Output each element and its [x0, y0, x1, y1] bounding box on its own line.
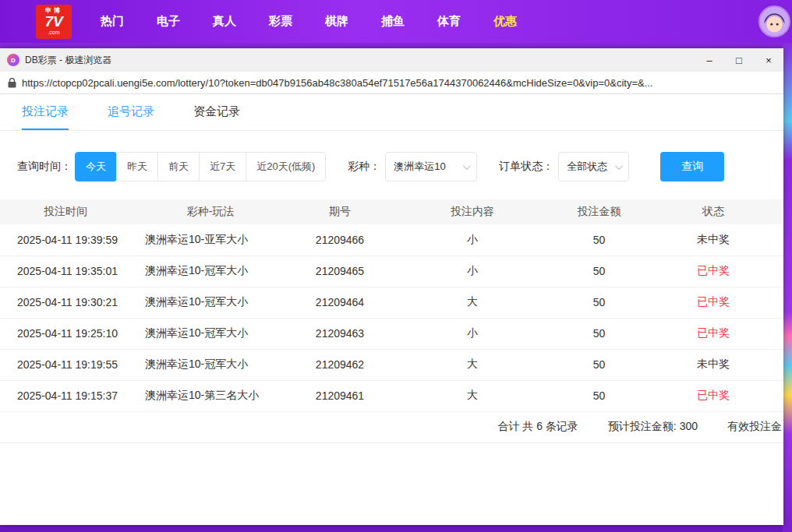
table-row[interactable]: 2025-04-11 19:19:55 澳洲幸运10-冠军大小 21209462… — [0, 349, 783, 380]
lottery-select[interactable]: 澳洲幸运10 — [385, 152, 477, 181]
logo-bottom-text: .com — [48, 30, 59, 35]
header-amount: 投注金额 — [555, 199, 643, 224]
cell-time: 2025-04-11 19:39:59 — [0, 224, 131, 255]
status-filter-label: 订单状态： — [499, 160, 553, 174]
cell-status: 未中奖 — [643, 224, 783, 255]
cell-game: 澳洲幸运10-冠军大小 — [131, 255, 290, 287]
cell-time: 2025-04-11 19:30:21 — [0, 287, 131, 318]
table-row[interactable]: 2025-04-11 19:35:01 澳洲幸运10-冠军大小 21209465… — [0, 255, 783, 287]
window-titlebar[interactable]: D DB彩票 - 极速浏览器 – □ × — [0, 48, 783, 72]
table-row[interactable]: 2025-04-11 19:25:10 澳洲幸运10-冠军大小 21209463… — [0, 318, 783, 349]
tab-fund-records[interactable]: 资金记录 — [193, 94, 240, 130]
summary-bar: 合计 共 6 条记录 预计投注金额: 300 有效投注金 — [0, 412, 783, 443]
cell-issue: 21209465 — [290, 255, 390, 287]
cell-status: 已中奖 — [643, 380, 783, 411]
cell-amount: 50 — [555, 255, 643, 287]
summary-valid-amount: 有效投注金 — [727, 420, 782, 434]
background-strip — [783, 43, 792, 532]
records-body: 2025-04-11 19:39:59 澳洲幸运10-亚军大小 21209466… — [0, 224, 783, 411]
time-filter-group: 今天 昨天 前天 近7天 近20天(低频) — [75, 152, 326, 181]
nav-item-fishing[interactable]: 捕鱼 — [365, 14, 421, 29]
header-issue: 期号 — [290, 199, 390, 224]
db-lottery-icon: D — [7, 54, 19, 66]
time-option-today[interactable]: 今天 — [75, 152, 117, 181]
summary-total: 合计 共 6 条记录 — [497, 420, 578, 434]
cell-content: 大 — [390, 349, 555, 380]
cell-content: 小 — [390, 224, 555, 255]
cell-amount: 50 — [555, 349, 643, 380]
site-logo[interactable]: 申博 7V .com — [36, 5, 72, 39]
header-content: 投注内容 — [390, 199, 555, 224]
window-controls: – □ × — [695, 48, 783, 72]
table-row[interactable]: 2025-04-11 19:39:59 澳洲幸运10-亚军大小 21209466… — [0, 224, 783, 255]
cell-amount: 50 — [555, 287, 643, 318]
cell-content: 小 — [390, 318, 555, 349]
cell-amount: 50 — [555, 380, 643, 411]
nav-menu: 热门 电子 真人 彩票 棋牌 捕鱼 体育 优惠 — [84, 14, 533, 29]
time-filter-label: 查询时间： — [17, 160, 72, 174]
cell-issue: 21209464 — [290, 287, 390, 318]
cell-issue: 21209461 — [290, 380, 390, 411]
cell-game: 澳洲幸运10-冠军大小 — [131, 287, 290, 318]
header-bet-time: 投注时间 — [0, 199, 131, 224]
record-tabs: 投注记录 追号记录 资金记录 — [0, 94, 783, 131]
time-option-daybefore[interactable]: 前天 — [157, 152, 200, 181]
tab-bet-records[interactable]: 投注记录 — [22, 94, 69, 130]
site-navbar: 申博 7V .com 热门 电子 真人 彩票 棋牌 捕鱼 体育 优惠 — [0, 0, 792, 43]
table-row[interactable]: 2025-04-11 19:15:37 澳洲幸运10-第三名大小 2120946… — [0, 380, 783, 411]
header-status: 状态 — [643, 199, 783, 224]
cell-game: 澳洲幸运10-第三名大小 — [131, 380, 290, 411]
nav-item-lottery[interactable]: 彩票 — [253, 14, 309, 29]
lottery-select-value: 澳洲幸运10 — [394, 160, 445, 174]
chevron-down-icon — [463, 162, 471, 170]
nav-item-promo[interactable]: 优惠 — [477, 14, 533, 29]
lock-icon — [8, 78, 16, 88]
nav-item-slots[interactable]: 电子 — [140, 14, 196, 29]
table-header-row: 投注时间 彩种-玩法 期号 投注内容 投注金额 状态 — [0, 199, 783, 224]
time-option-20days[interactable]: 近20天(低频) — [246, 152, 326, 181]
browser-window: D DB彩票 - 极速浏览器 – □ × https://ctopcp02pca… — [0, 48, 783, 525]
user-avatar[interactable] — [758, 5, 790, 37]
avatar-face-icon — [760, 7, 789, 36]
cell-issue: 21209466 — [290, 224, 390, 255]
chevron-down-icon — [615, 162, 623, 170]
cell-status: 已中奖 — [643, 255, 783, 287]
status-select[interactable]: 全部状态 — [558, 152, 629, 181]
close-button[interactable]: × — [754, 48, 783, 72]
nav-item-live[interactable]: 真人 — [196, 14, 253, 29]
time-option-7days[interactable]: 近7天 — [199, 152, 246, 181]
cell-content: 大 — [390, 380, 555, 411]
address-bar[interactable]: https://ctopcp02pcali.uengi5e.com/lotter… — [0, 72, 783, 94]
logo-main-text: 7V — [44, 14, 62, 30]
cell-game: 澳洲幸运10-亚军大小 — [131, 224, 290, 255]
tab-chase-records[interactable]: 追号记录 — [108, 94, 154, 130]
time-option-yesterday[interactable]: 昨天 — [116, 152, 158, 181]
summary-expected-amount: 预计投注金额: 300 — [608, 420, 698, 434]
cell-issue: 21209463 — [290, 318, 390, 349]
cell-status: 已中奖 — [643, 318, 783, 349]
minimize-button[interactable]: – — [695, 48, 724, 72]
nav-item-hot[interactable]: 热门 — [84, 14, 140, 29]
window-title: DB彩票 - 极速浏览器 — [25, 54, 111, 67]
cell-time: 2025-04-11 19:15:37 — [0, 380, 131, 411]
filter-bar: 查询时间： 今天 昨天 前天 近7天 近20天(低频) 彩种： 澳洲幸运10 订… — [0, 131, 783, 199]
cell-game: 澳洲幸运10-冠军大小 — [131, 318, 290, 349]
cell-content: 小 — [390, 255, 555, 287]
header-game-play: 彩种-玩法 — [131, 199, 290, 224]
bet-records-table: 投注时间 彩种-玩法 期号 投注内容 投注金额 状态 2025-04-11 19… — [0, 199, 783, 412]
cell-game: 澳洲幸运10-冠军大小 — [131, 349, 290, 380]
lottery-filter-label: 彩种： — [348, 160, 380, 174]
url-text[interactable]: https://ctopcp02pcali.uengi5e.com/lotter… — [22, 77, 653, 89]
maximize-button[interactable]: □ — [724, 48, 754, 72]
cell-amount: 50 — [555, 224, 643, 255]
table-row[interactable]: 2025-04-11 19:30:21 澳洲幸运10-冠军大小 21209464… — [0, 287, 783, 318]
cell-status: 未中奖 — [643, 349, 783, 380]
nav-item-sports[interactable]: 体育 — [421, 14, 477, 29]
cell-issue: 21209462 — [290, 349, 390, 380]
cell-time: 2025-04-11 19:25:10 — [0, 318, 131, 349]
cell-status: 已中奖 — [643, 287, 783, 318]
cell-content: 大 — [390, 287, 555, 318]
cell-time: 2025-04-11 19:19:55 — [0, 349, 131, 380]
search-button[interactable]: 查询 — [660, 152, 724, 181]
nav-item-cards[interactable]: 棋牌 — [309, 14, 365, 29]
